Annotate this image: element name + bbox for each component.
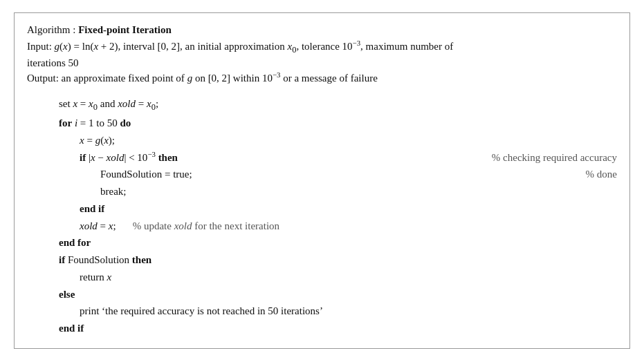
output-label: Output: an approximate fixed point of g …	[27, 73, 378, 84]
line-return: return x	[80, 269, 617, 286]
algorithm-box: Algorithm : Fixed-point Iteration Input:…	[14, 12, 630, 349]
comment-done: % done	[586, 166, 617, 183]
line-break: break;	[100, 183, 617, 200]
title-bold: Fixed-point Iteration	[78, 24, 172, 35]
input-label: Input: g(x) = ln(x + 2), interval [0, 2]…	[27, 41, 453, 52]
line-set-x: set x = x0 and xold = x0;	[59, 95, 617, 115]
line-end-for: end for	[59, 234, 617, 251]
algorithm-body: set x = x0 and xold = x0; for i = 1 to 5…	[38, 95, 617, 336]
line-if-condition: if |x − xold| < 10−3 then % checking req…	[80, 149, 617, 166]
algorithm-output: Output: an approximate fixed point of g …	[27, 71, 617, 86]
comment-checking: % checking required accuracy	[492, 149, 617, 166]
line-if-found: if FoundSolution then	[59, 251, 617, 269]
line-found-solution: FoundSolution = true; % done	[100, 166, 617, 183]
line-xold-update: xold = x; % update xold for the next ite…	[80, 218, 617, 235]
line-end-if-inner: end if	[80, 200, 617, 218]
line-x-gx: x = g(x);	[80, 132, 617, 149]
line-print: print ‘the required accuracy is not reac…	[80, 303, 617, 320]
input-iterations: iterations 50	[27, 57, 79, 68]
algorithm-title: Algorithm : Fixed-point Iteration	[27, 23, 617, 38]
line-for: for i = 1 to 50 do	[59, 115, 617, 132]
title-prefix: Algorithm :	[27, 24, 78, 35]
comment-update-xold: % update xold for the next iteration	[133, 218, 279, 235]
line-else: else	[59, 286, 617, 303]
line-end-if-outer: end if	[59, 320, 617, 337]
algorithm-input: Input: g(x) = ln(x + 2), interval [0, 2]…	[27, 39, 617, 56]
algorithm-input-line2: iterations 50	[27, 56, 617, 71]
